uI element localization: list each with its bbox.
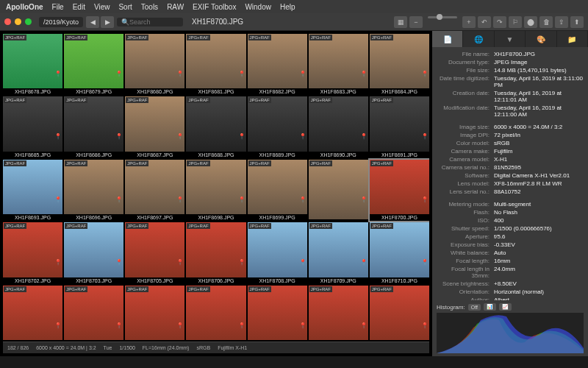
thumbnail[interactable]: JPG+RAF📍XH1F8703.JPG xyxy=(64,222,123,283)
meta-label: Camera serial no.: xyxy=(437,164,494,171)
thumbnail[interactable]: JPG+RAF📍 xyxy=(64,286,123,342)
thumb-filename xyxy=(309,219,368,221)
breadcrumb[interactable]: /2019/Kyoto xyxy=(39,17,83,27)
rotate-ccw-icon[interactable]: ↶ xyxy=(478,16,491,28)
format-badge: JPG+RAF xyxy=(126,286,148,292)
thumbnail[interactable]: JPG+RAF📍XH1F8706.JPG xyxy=(186,222,245,283)
thumbnail[interactable]: JPG+RAF📍XH1F8688.JPG xyxy=(186,96,245,158)
tab-color[interactable]: 🎨 xyxy=(526,31,556,47)
thumbnail[interactable]: JPG+RAF📍XH1F8678.JPG xyxy=(3,34,62,95)
histogram-rgb-icon[interactable]: 📊 xyxy=(484,303,496,311)
nav-back[interactable]: ◀ xyxy=(86,16,99,28)
thumbnail[interactable]: JPG+RAF📍XH1F8700.JPG xyxy=(370,160,429,221)
thumbnail[interactable]: JPG+RAF📍XH1F8708.JPG xyxy=(248,222,307,283)
thumbnail[interactable]: JPG+RAF📍 xyxy=(125,286,184,342)
geo-pin-icon: 📍 xyxy=(115,259,123,266)
thumb-image xyxy=(186,96,245,151)
thumb-filename: XH1F8689.JPG xyxy=(248,152,307,158)
toolbar-actions: ▦ − + ↶ ↷ ⚐ ⬤ 🗑 ⇪ ⬆ xyxy=(394,16,584,28)
tab-file[interactable]: 📁 xyxy=(557,31,588,47)
zoom-in-icon[interactable]: + xyxy=(462,16,476,28)
thumbnail[interactable]: JPG+RAF📍XH1F8693.JPG xyxy=(3,160,62,221)
tag-icon[interactable]: ⬤ xyxy=(524,16,537,28)
menu-help[interactable]: Help xyxy=(280,3,295,11)
geo-pin-icon: 📍 xyxy=(238,322,245,329)
thumbnail[interactable]: JPG+RAF📍 xyxy=(309,286,368,342)
format-badge: JPG+RAF xyxy=(126,223,148,229)
tab-info[interactable]: 📄 xyxy=(432,31,463,47)
thumbnail[interactable]: JPG+RAF📍XH1F8696.JPG xyxy=(64,160,123,221)
format-badge: JPG+RAF xyxy=(248,223,271,229)
minimize-window[interactable] xyxy=(15,18,21,25)
thumb-filename: XH1F8683.JPG xyxy=(309,88,368,95)
thumb-filename: XH1F8709.JPG xyxy=(309,277,368,284)
thumbnail[interactable]: JPG+RAF📍XH1F8679.JPG xyxy=(64,34,123,95)
zoom-out-icon[interactable]: − xyxy=(409,16,423,28)
meta-row: Document type:JPEG Image xyxy=(437,58,584,66)
thumbnail[interactable]: JPG+RAF📍XH1F8690.JPG xyxy=(309,96,368,158)
tab-globe[interactable]: 🌐 xyxy=(463,31,494,47)
menu-window[interactable]: Window xyxy=(245,3,271,11)
thumb-filename: XH1F8688.JPG xyxy=(186,152,245,158)
thumb-image xyxy=(64,34,123,88)
thumb-filename xyxy=(64,340,123,342)
thumbnail[interactable]: JPG+RAF📍XH1F8699.JPG xyxy=(248,160,307,221)
thumbnail[interactable]: JPG+RAF📍XH1F8681.JPG xyxy=(186,34,245,95)
zoom-slider[interactable] xyxy=(428,16,457,18)
thumbnail[interactable]: JPG+RAF📍XH1F8710.JPG xyxy=(370,222,429,283)
thumbnail[interactable]: JPG+RAF📍XH1F8702.JPG xyxy=(3,222,62,283)
flag-icon[interactable]: ⚐ xyxy=(509,16,522,28)
search-input[interactable] xyxy=(129,18,181,26)
menu-file[interactable]: File xyxy=(52,3,64,11)
status-count: 182 / 826 xyxy=(7,345,29,350)
thumbnail[interactable]: JPG+RAF📍XH1F8680.JPG xyxy=(125,34,184,95)
menu-exif[interactable]: EXIF Toolbox xyxy=(193,3,236,11)
thumb-image xyxy=(125,222,184,277)
histogram-off-button[interactable]: Off xyxy=(468,304,481,311)
thumbnail[interactable]: JPG+RAF📍XH1F8691.JPG xyxy=(370,96,429,158)
meta-label: Camera model: xyxy=(437,156,494,163)
thumbnail[interactable]: JPG+RAF📍XH1F8685.JPG xyxy=(3,96,62,158)
histogram-luma-icon[interactable]: 📈 xyxy=(499,303,512,311)
info-panel: 📄 🌐 ▼ 🎨 📁 File name:XH1F8700.JPGDocument… xyxy=(432,31,588,356)
geo-pin-icon: 📍 xyxy=(176,71,184,77)
thumbnail[interactable]: JPG+RAF📍XH1F8705.JPG xyxy=(125,222,184,283)
thumbnail[interactable]: JPG+RAF📍XH1F8686.JPG xyxy=(64,96,123,158)
thumbnail[interactable]: JPG+RAF📍XH1F8683.JPG xyxy=(309,34,368,95)
zoom-window[interactable] xyxy=(25,18,32,25)
thumbnail[interactable]: JPG+RAF📍 xyxy=(248,286,307,342)
thumbnail[interactable]: JPG+RAF📍 xyxy=(370,286,429,342)
menu-view[interactable]: View xyxy=(94,3,110,11)
share-icon[interactable]: ⇪ xyxy=(555,16,568,28)
menu-sort[interactable]: Sort xyxy=(118,3,132,11)
menu-edit[interactable]: Edit xyxy=(73,3,85,11)
export-icon[interactable]: ⬆ xyxy=(570,16,584,28)
geo-pin-icon: 📍 xyxy=(176,197,184,203)
thumbnail[interactable]: JPG+RAF📍 xyxy=(309,160,368,221)
trash-icon[interactable]: 🗑 xyxy=(539,16,553,28)
thumbnail[interactable]: JPG+RAF📍XH1F8697.JPG xyxy=(125,160,184,221)
nav-forward[interactable]: ▶ xyxy=(101,16,114,28)
meta-label: Metering mode: xyxy=(437,201,494,208)
thumbnail[interactable]: JPG+RAF📍 xyxy=(3,286,62,342)
geo-pin-icon: 📍 xyxy=(54,322,62,329)
menu-tools[interactable]: Tools xyxy=(141,3,158,11)
thumbnail[interactable]: JPG+RAF📍XH1F8689.JPG xyxy=(248,96,307,158)
meta-label: Focal length in 35mm: xyxy=(437,266,494,279)
format-badge: JPG+RAF xyxy=(187,35,209,40)
thumbnail[interactable]: JPG+RAF📍XH1F8682.JPG xyxy=(248,34,307,95)
meta-row: Date time digitized:Tuesday, April 16, 2… xyxy=(437,74,584,89)
close-window[interactable] xyxy=(4,18,11,25)
tab-filter[interactable]: ▼ xyxy=(495,31,526,47)
thumbnail[interactable]: JPG+RAF📍XH1F8687.JPG xyxy=(125,96,184,158)
thumbnail[interactable]: JPG+RAF📍XH1F8684.JPG xyxy=(370,34,429,95)
search-box[interactable]: 🔍 xyxy=(117,18,183,26)
grid-view-icon[interactable]: ▦ xyxy=(394,16,407,28)
meta-row: Creation date:Tuesday, April 16, 2019 at… xyxy=(437,89,584,104)
format-badge: JPG+RAF xyxy=(370,160,393,166)
thumbnail[interactable]: JPG+RAF📍 xyxy=(186,286,245,342)
menu-raw[interactable]: RAW xyxy=(167,3,184,11)
rotate-cw-icon[interactable]: ↷ xyxy=(493,16,506,28)
thumbnail[interactable]: JPG+RAF📍XH1F8698.JPG xyxy=(186,160,245,221)
thumbnail[interactable]: JPG+RAF📍XH1F8709.JPG xyxy=(309,222,368,283)
